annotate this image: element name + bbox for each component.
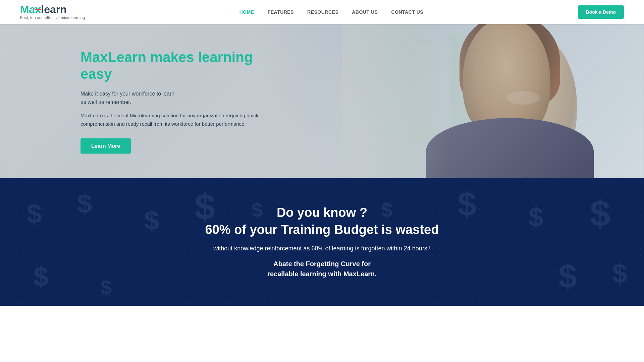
dollar-icon-7: $ [458, 185, 476, 224]
dollar-watermarks: $ $ $ $ $ $ $ $ $ $ $ $ $ [0, 178, 644, 306]
dollar-icon-6: $ [381, 198, 392, 222]
nav-item-resources[interactable]: RESOURCES [307, 9, 338, 15]
nav-item-about[interactable]: ABOUT US [352, 9, 378, 15]
dollar-icon-2: $ [77, 188, 92, 219]
dollar-icon-3: $ [144, 205, 159, 236]
blue-heading-line1: Do you know ? [277, 205, 367, 220]
blue-subtext: without knowledge reinforcement as 60% o… [213, 245, 430, 252]
nav-item-contact[interactable]: CONTACT US [391, 9, 423, 15]
nav-link-resources[interactable]: RESOURCES [307, 9, 338, 15]
learn-more-button[interactable]: Learn More [80, 138, 131, 154]
nav-link-about[interactable]: ABOUT US [352, 9, 378, 15]
blue-heading-line2: 60% of your Training Budget is wasted [205, 223, 439, 237]
hero-description: MaxLearn is the ideal Microlearning solu… [80, 111, 282, 128]
hero-section: MaxLearn makes learning easy Make it eas… [0, 24, 644, 178]
book-demo-button[interactable]: Book a Demo [578, 5, 624, 19]
dollar-icon-4: $ [195, 185, 215, 228]
dollar-icon-9: $ [590, 192, 610, 234]
dollar-icon-12: $ [558, 257, 577, 296]
hero-title: MaxLearn makes learning easy [80, 49, 282, 83]
blue-tagline: Abate the Forgetting Curve for recallabl… [267, 259, 377, 279]
hero-subtitle: Make it easy for your workforce to learn… [80, 89, 282, 106]
nav-link-home[interactable]: HOME [239, 9, 254, 15]
nav-link-features[interactable]: FEATURES [268, 9, 294, 15]
logo-tagline: Fast, fun and effective microlearning [20, 15, 85, 20]
dollar-icon-8: $ [529, 202, 544, 233]
nav-item-features[interactable]: FEATURES [268, 9, 294, 15]
dollar-icon-5: $ [252, 198, 263, 222]
dollar-icon-13: $ [612, 258, 628, 289]
dollar-icon-10: $ [34, 261, 49, 292]
hero-content: MaxLearn makes learning easy Make it eas… [80, 49, 282, 154]
dollar-icon-11: $ [101, 276, 112, 299]
nav-menu: HOME FEATURES RESOURCES ABOUT US CONTACT… [239, 9, 423, 15]
dollar-icon-1: $ [27, 198, 42, 229]
logo[interactable]: Maxlearn Fast, fun and effective microle… [20, 4, 85, 20]
logo-text: Maxlearn [20, 4, 85, 15]
blue-section: $ $ $ $ $ $ $ $ $ $ $ $ $ Do you know ? … [0, 178, 644, 306]
nav-link-contact[interactable]: CONTACT US [391, 9, 423, 15]
navbar: Maxlearn Fast, fun and effective microle… [0, 0, 644, 24]
nav-item-home[interactable]: HOME [239, 9, 254, 15]
